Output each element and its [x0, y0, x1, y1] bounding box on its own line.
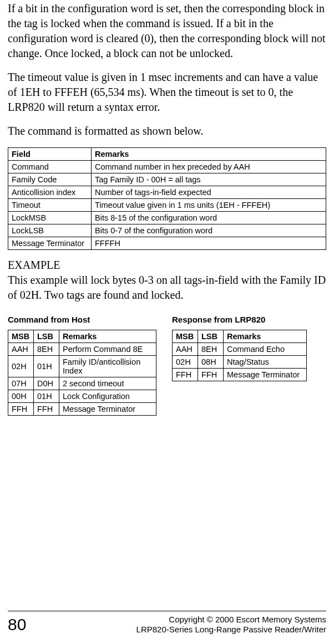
host-column: Command from Host MSB LSB Remarks AAH8EH… — [8, 311, 156, 423]
cell: 2 second timeout — [59, 377, 156, 390]
cell: Command number in hex preceded by AAH — [92, 161, 326, 173]
cell: 01H — [34, 390, 59, 403]
cell: Perform Command 8E — [59, 343, 156, 356]
cell: 07H — [8, 377, 34, 390]
th-remarks: Remarks — [224, 330, 307, 343]
table-row: Message TerminatorFFFFH — [8, 237, 326, 250]
cell: Bits 0-7 of the configuration word — [92, 224, 326, 237]
response-table: MSB LSB Remarks AAH8EHCommand Echo 02H08… — [172, 330, 307, 381]
th-msb: MSB — [8, 330, 34, 343]
page-number: 80 — [8, 615, 26, 634]
th-lsb: LSB — [198, 330, 224, 343]
response-title: Response from LRP820 — [172, 315, 307, 324]
cell: Message Terminator — [8, 237, 92, 250]
cell: Anticollision index — [8, 186, 92, 199]
cell: Message Terminator — [224, 369, 307, 381]
cell: Number of tags-in-field expected — [92, 186, 326, 199]
cell: 02H — [173, 356, 198, 369]
cell: AAH — [8, 343, 34, 356]
cell: Command Echo — [224, 343, 307, 356]
table-row: Family CodeTag Family ID - 00H = all tag… — [8, 173, 326, 186]
paragraph-3: The command is formatted as shown below. — [8, 124, 326, 139]
cell: Family ID/anticollision Index — [59, 356, 156, 377]
product-line: LRP820-Series Long-Range Passive Reader/… — [136, 625, 326, 635]
example-text: This example will lock bytes 0-3 on all … — [8, 273, 326, 303]
th-msb: MSB — [173, 330, 198, 343]
cell: Family Code — [8, 173, 92, 186]
table-row: FFHFFHMessage Terminator — [173, 369, 307, 381]
table-row: LockLSBBits 0-7 of the configuration wor… — [8, 224, 326, 237]
example-label: EXAMPLE — [8, 258, 326, 273]
table-row: 02H01HFamily ID/anticollision Index — [8, 356, 156, 377]
cell: 01H — [34, 356, 59, 377]
cell: FFH — [8, 403, 34, 416]
cell: Timeout — [8, 199, 92, 212]
table-header-row: Field Remarks — [8, 148, 326, 161]
th-remarks: Remarks — [59, 330, 156, 343]
th-field: Field — [8, 148, 92, 161]
cell: Command — [8, 161, 92, 173]
page: If a bit in the configuration word is se… — [0, 1, 334, 644]
table-header-row: MSB LSB Remarks — [8, 330, 156, 343]
cell: LockMSB — [8, 212, 92, 224]
cell: AAH — [173, 343, 198, 356]
cell: FFH — [198, 369, 224, 381]
response-column: Response from LRP820 MSB LSB Remarks AAH… — [172, 311, 307, 389]
cell: FFH — [34, 403, 59, 416]
table-row: CommandCommand number in hex preceded by… — [8, 161, 326, 173]
field-remarks-table: Field Remarks CommandCommand number in h… — [8, 147, 326, 250]
cell: Tag Family ID - 00H = all tags — [92, 173, 326, 186]
host-table: MSB LSB Remarks AAH8EHPerform Command 8E… — [8, 330, 156, 416]
cell: Ntag/Status — [224, 356, 307, 369]
table-row: LockMSBBits 8-15 of the configuration wo… — [8, 212, 326, 224]
table-row: 07HD0H2 second timeout — [8, 377, 156, 390]
th-lsb: LSB — [34, 330, 59, 343]
table-row: TimeoutTimeout value given in 1 ms units… — [8, 199, 326, 212]
table-row: FFHFFHMessage Terminator — [8, 403, 156, 416]
table-row: Anticollision indexNumber of tags-in-fie… — [8, 186, 326, 199]
table-row: 02H08HNtag/Status — [173, 356, 307, 369]
cell: 08H — [198, 356, 224, 369]
table-header-row: MSB LSB Remarks — [173, 330, 307, 343]
cell: 02H — [8, 356, 34, 377]
cell: LockLSB — [8, 224, 92, 237]
paragraph-1: If a bit in the configuration word is se… — [8, 1, 326, 61]
cell: Lock Configuration — [59, 390, 156, 403]
example-columns: Command from Host MSB LSB Remarks AAH8EH… — [8, 311, 326, 423]
paragraph-2: The timeout value is given in 1 msec inc… — [8, 70, 326, 115]
host-title: Command from Host — [8, 315, 156, 324]
cell: 00H — [8, 390, 34, 403]
cell: D0H — [34, 377, 59, 390]
cell: FFH — [173, 369, 198, 381]
table-row: AAH8EHCommand Echo — [173, 343, 307, 356]
cell: 8EH — [198, 343, 224, 356]
footer-text: Copyright © 2000 Escort Memory Systems L… — [136, 615, 326, 636]
cell: Timeout value given in 1 ms units (1EH -… — [92, 199, 326, 212]
cell: FFFFH — [92, 237, 326, 250]
th-remarks: Remarks — [92, 148, 326, 161]
table-row: AAH8EHPerform Command 8E — [8, 343, 156, 356]
table-row: 00H01HLock Configuration — [8, 390, 156, 403]
cell: 8EH — [34, 343, 59, 356]
cell: Message Terminator — [59, 403, 156, 416]
page-footer: 80 Copyright © 2000 Escort Memory System… — [8, 611, 326, 636]
copyright-line: Copyright © 2000 Escort Memory Systems — [136, 615, 326, 625]
cell: Bits 8-15 of the configuration word — [92, 212, 326, 224]
